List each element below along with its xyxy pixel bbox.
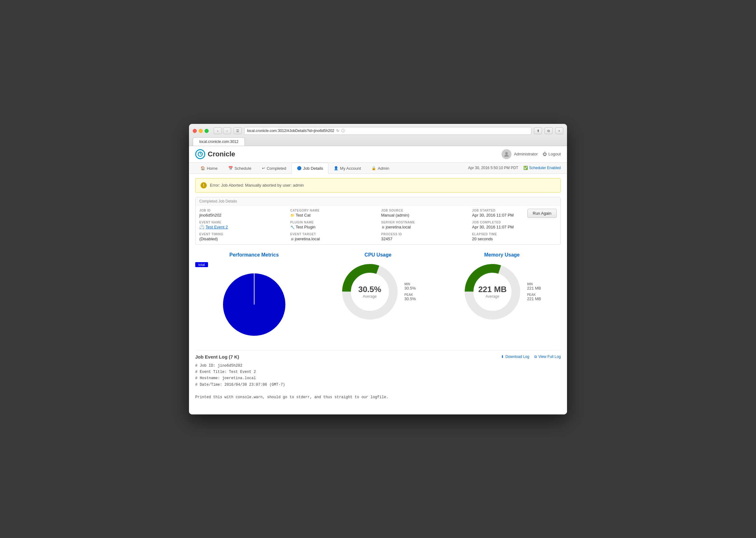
tab-completed[interactable]: ↩ Completed xyxy=(257,163,292,174)
tab-home[interactable]: 🏠 Home xyxy=(195,163,223,174)
view-full-log-button[interactable]: ⧉ View Full Log xyxy=(534,354,561,359)
power-icon: ⏻ xyxy=(543,152,547,156)
category-icon: 📁 xyxy=(290,213,295,217)
close-button[interactable] xyxy=(193,129,197,133)
back-button[interactable]: ‹ xyxy=(213,127,222,134)
field-plugin-name: PLUGIN NAME 🔧 Test Plugin xyxy=(290,221,375,229)
browser-chrome: ‹ › ☰ local.cronicle.com:3012/#JobDetail… xyxy=(189,124,567,146)
legend-badge: total xyxy=(195,262,208,267)
info-icon[interactable]: ⓘ xyxy=(341,128,345,134)
tab-my-account[interactable]: 👤 My Account xyxy=(328,163,366,174)
admin-icon: 🔒 xyxy=(371,166,376,170)
log-line-1: # Job ID: jino6d5h202 xyxy=(195,363,561,369)
clock-icon: 🕐 xyxy=(199,225,204,229)
new-tab-button[interactable]: ⧉ xyxy=(544,127,553,134)
browser-tabs: local.cronicle.com:3012 xyxy=(193,137,563,146)
performance-metrics-card: Performance Metrics total xyxy=(195,249,313,345)
job-fields: Run Again JOB ID jino6d5h202 CATEGORY NA… xyxy=(196,206,560,244)
perf-metrics-title: Performance Metrics xyxy=(229,252,279,258)
log-line-5 xyxy=(195,388,561,394)
field-job-id: JOB ID jino6d5h202 xyxy=(199,209,284,218)
active-tab[interactable]: local.cronicle.com:3012 xyxy=(193,137,245,146)
download-log-button[interactable]: ⬇ Download Log xyxy=(501,354,529,359)
admin-name: Administrator xyxy=(514,152,538,156)
memory-value: 221 MB xyxy=(478,285,506,294)
sidebar-toggle[interactable]: ☰ xyxy=(234,127,242,134)
memory-peak-stat: PEAK 221 MB xyxy=(527,293,541,301)
logout-button[interactable]: ⏻ Logout xyxy=(543,152,561,156)
log-header: Job Event Log (7 K) ⬇ Download Log ⧉ Vie… xyxy=(195,354,561,359)
tab-job-details[interactable]: 🔵 Job Details xyxy=(292,163,328,174)
avatar xyxy=(501,149,511,159)
pie-legend: total xyxy=(195,262,208,267)
memory-min-stat: MIN 221 MB xyxy=(527,283,541,291)
log-line-4: # Date/Time: 2016/04/30 23:07:06 (GMT-7) xyxy=(195,382,561,388)
logo-text: Cronicle xyxy=(208,150,235,158)
reload-icon[interactable]: ↻ xyxy=(336,129,339,133)
job-details-panel: Completed Job Details Run Again JOB ID j… xyxy=(195,197,561,245)
log-content: # Job ID: jino6d5h202 # Event Title: Tes… xyxy=(195,363,561,401)
tab-schedule[interactable]: 📅 Schedule xyxy=(223,163,257,174)
field-event-target: EVENT TARGET 🖥 joeretina.local xyxy=(290,233,375,241)
run-again-button[interactable]: Run Again xyxy=(527,209,557,218)
address-bar[interactable]: local.cronicle.com:3012/#JobDetails?id=j… xyxy=(244,127,532,135)
logo-icon xyxy=(195,149,205,159)
cpu-donut: 30.5% Average xyxy=(340,262,400,321)
cpu-value: 30.5% xyxy=(358,285,381,294)
share-button[interactable]: ⬆ xyxy=(534,127,542,134)
logo: Cronicle xyxy=(195,149,235,159)
log-section: Job Event Log (7 K) ⬇ Download Log ⧉ Vie… xyxy=(195,350,561,401)
forward-button[interactable]: › xyxy=(223,127,231,134)
event-name-link[interactable]: 🕐 Test Event 2 xyxy=(199,225,284,229)
server-icon: 🖥 xyxy=(381,225,385,229)
field-job-completed: JOB COMPLETED Apr 30, 2016 11:07 PM xyxy=(472,221,557,229)
memory-stats: MIN 221 MB PEAK 221 MB xyxy=(527,283,541,301)
log-title: Job Event Log (7 K) xyxy=(195,354,239,359)
nav-right: Apr 30, 2016 5:50:10 PM PDT ✅ Scheduler … xyxy=(468,166,561,170)
warning-icon: ! xyxy=(201,182,207,188)
memory-donut-center: 221 MB Average xyxy=(478,285,506,298)
maximize-button[interactable] xyxy=(205,129,209,133)
memory-avg-label: Average xyxy=(486,294,499,298)
address-text: local.cronicle.com:3012/#JobDetails?id=j… xyxy=(247,129,334,133)
cpu-donut-row: 30.5% Average MIN 30.5% PEAK 30.5% xyxy=(340,262,416,321)
svg-point-3 xyxy=(505,152,508,154)
memory-usage-card: Memory Usage 221 MB Average xyxy=(443,249,561,345)
my-account-icon: 👤 xyxy=(334,166,338,170)
field-event-name: EVENT NAME 🕐 Test Event 2 xyxy=(199,221,284,229)
minimize-button[interactable] xyxy=(199,129,203,133)
field-process-id: PROCESS ID 32457 xyxy=(381,233,466,241)
cpu-peak-stat: PEAK 30.5% xyxy=(404,293,416,301)
memory-donut-row: 221 MB Average MIN 221 MB PEAK 221 MB xyxy=(463,262,541,321)
cpu-usage-card: CPU Usage 30.5% Average xyxy=(319,249,437,345)
field-category-name: CATEGORY NAME 📁 Test Cat xyxy=(290,209,375,218)
target-icon: 🖥 xyxy=(290,237,294,241)
traffic-lights xyxy=(193,129,209,133)
tab-home-label: Home xyxy=(207,166,218,171)
cpu-title: CPU Usage xyxy=(364,252,392,258)
app-header: Cronicle Administrator ⏻ Logout xyxy=(189,146,567,163)
log-actions: ⬇ Download Log ⧉ View Full Log xyxy=(501,354,561,359)
memory-title: Memory Usage xyxy=(484,252,520,258)
completed-icon: ↩ xyxy=(262,166,265,170)
log-line-3: # Hostname: joeretina.local xyxy=(195,375,561,381)
cpu-stats: MIN 30.5% PEAK 30.5% xyxy=(404,283,416,301)
tab-admin-label: Admin xyxy=(378,166,389,171)
field-elapsed-time: ELAPSED TIME 20 seconds xyxy=(472,233,557,241)
log-line-6: Printed this with console.warn, should g… xyxy=(195,394,561,401)
header-right: Administrator ⏻ Logout xyxy=(501,149,561,159)
field-server-hostname: SERVER HOSTNAME 🖥 joeretina.local xyxy=(381,221,466,229)
nav-arrows: ‹ › xyxy=(213,127,231,134)
error-banner: ! Error: Job Aborted: Manually aborted b… xyxy=(195,178,561,192)
tab-admin[interactable]: 🔒 Admin xyxy=(366,163,395,174)
memory-donut: 221 MB Average xyxy=(463,262,522,321)
add-tab-button[interactable]: + xyxy=(555,127,563,134)
pie-chart xyxy=(220,270,289,339)
job-details-icon: 🔵 xyxy=(297,166,302,170)
schedule-icon: 📅 xyxy=(228,166,233,170)
browser-titlebar: ‹ › ☰ local.cronicle.com:3012/#JobDetail… xyxy=(193,127,563,135)
browser-window: ‹ › ☰ local.cronicle.com:3012/#JobDetail… xyxy=(189,124,567,414)
field-job-source: JOB SOURCE Manual (admin) xyxy=(381,209,466,218)
logout-label: Logout xyxy=(548,152,561,156)
home-icon: 🏠 xyxy=(201,166,205,170)
